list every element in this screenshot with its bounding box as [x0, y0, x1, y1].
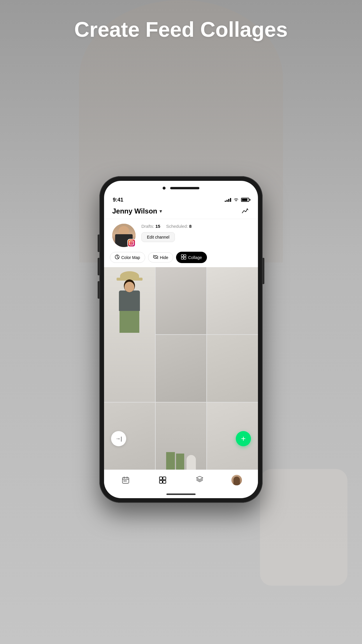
stats-row: Drafts: 15 Scheduled: 8 [141, 224, 250, 229]
phone-button-vol-up [98, 258, 99, 275]
nav-grid[interactable] [155, 473, 170, 487]
grid-icon [159, 476, 167, 484]
hide-button[interactable]: Hide [148, 252, 173, 262]
home-indicator [104, 490, 258, 498]
analytics-chart-icon [241, 207, 249, 215]
hide-label: Hide [160, 255, 168, 260]
scheduled-label: Scheduled: [166, 224, 188, 229]
profile-info: Drafts: 15 Scheduled: 8 Edit channel [141, 224, 250, 242]
nav-profile[interactable] [229, 473, 244, 487]
wifi-icon [233, 198, 239, 202]
grid-cell-1-3[interactable] [207, 267, 258, 334]
svg-rect-3 [181, 257, 183, 259]
edit-channel-button[interactable]: Edit channel [141, 232, 175, 242]
collage-label: Collage [188, 255, 202, 260]
drafts-count: 15 [155, 224, 160, 229]
svg-rect-10 [125, 480, 126, 482]
account-switcher-chevron[interactable]: ▾ [159, 208, 162, 214]
phone-button-mute [98, 235, 99, 252]
color-map-icon [115, 255, 120, 260]
page-title: Create Feed Collages [0, 18, 362, 41]
battery-icon [241, 198, 249, 202]
nav-avatar [231, 475, 242, 485]
username-label: Jenny Wilson [112, 207, 157, 215]
svg-rect-2 [184, 255, 186, 257]
add-button[interactable]: + [236, 431, 251, 446]
photo-grid: →| + [104, 267, 258, 470]
layers-icon [196, 476, 204, 484]
header-user-section[interactable]: Jenny Wilson ▾ [112, 207, 162, 215]
svg-rect-12 [163, 477, 166, 480]
analytics-button[interactable] [240, 206, 250, 216]
back-to-last-button[interactable]: →| [111, 431, 126, 446]
nav-bar [104, 470, 258, 490]
drafts-label: Drafts: [141, 224, 154, 229]
svg-rect-13 [159, 480, 162, 483]
background-dog [260, 469, 347, 586]
phone-frame: 9:41 [99, 176, 263, 503]
phone-wrapper: 9:41 [99, 176, 263, 503]
svg-rect-11 [159, 477, 162, 480]
add-icon: + [241, 435, 246, 443]
phone-button-power [263, 258, 264, 284]
grid-cell-2-1[interactable] [156, 335, 207, 402]
signal-icon [225, 198, 231, 202]
instagram-icon [129, 241, 134, 245]
status-bar: 9:41 [104, 195, 258, 204]
svg-rect-4 [184, 257, 186, 259]
grid-cell-2-3[interactable] [207, 335, 258, 402]
svg-rect-14 [163, 480, 166, 483]
phone-button-vol-down [98, 281, 99, 299]
color-map-button[interactable]: Color Map [110, 252, 145, 263]
calendar-icon [122, 476, 130, 484]
avatar-wrapper [112, 224, 136, 247]
app-header: Jenny Wilson ▾ [104, 204, 258, 219]
status-icons [225, 198, 249, 202]
back-arrow-icon: →| [115, 436, 122, 442]
instagram-badge [127, 239, 136, 247]
collage-button[interactable]: Collage [176, 252, 207, 263]
status-time: 9:41 [113, 197, 123, 203]
grid-cell-3-2[interactable] [156, 402, 207, 470]
home-bar [166, 494, 196, 495]
collage-icon [181, 254, 186, 260]
battery-fill [242, 199, 247, 201]
color-map-label: Color Map [121, 255, 140, 260]
svg-rect-1 [181, 255, 183, 257]
action-bar: Color Map Hide [104, 252, 258, 267]
profile-section: Drafts: 15 Scheduled: 8 Edit channel [104, 219, 258, 252]
nav-calendar[interactable] [118, 473, 133, 487]
phone-screen: 9:41 [104, 181, 258, 498]
nav-layers[interactable] [192, 473, 207, 487]
hide-icon [153, 255, 158, 260]
svg-rect-9 [124, 480, 125, 482]
speaker-grille [170, 187, 199, 189]
grid-cell-1-2[interactable] [104, 267, 155, 402]
front-camera [163, 187, 166, 190]
scheduled-count: 8 [189, 224, 191, 229]
grid-cell-1-1[interactable] [156, 267, 207, 334]
notch-area [104, 181, 258, 195]
